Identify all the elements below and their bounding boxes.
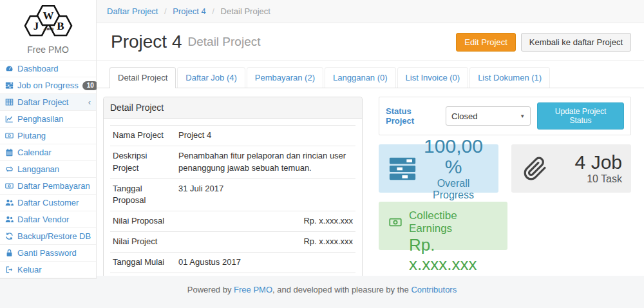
main-content: Daftar Project / Project 4 / Detail Proj… [97,0,644,276]
table-row: Tanggal Proposal 31 Juli 2017 [110,178,355,211]
status-project-label: Status Project [386,106,439,126]
project-tabs: Detail Project Daftar Job (4) Pembayaran… [97,67,644,88]
table-icon [5,98,14,106]
page-title: Project 4 [111,32,182,52]
sign-out-icon [5,265,14,274]
contributors-link[interactable]: Contributors [411,285,457,294]
task-count-value: 10 Task [547,173,622,185]
users-icon [5,215,14,224]
sidebar: J W B .com Free PMO Dashboard Job on Pro… [0,0,97,276]
tab-daftar-job[interactable]: Daftar Job (4) [177,67,245,88]
svg-text:J: J [33,20,39,32]
earnings-value: Rp. x.xxx.xxx [409,236,498,274]
refresh-icon [5,232,14,240]
sidebar-item-daftar-pembayaran[interactable]: Daftar Pembayaran [0,178,96,195]
svg-text:W: W [43,10,53,22]
paperclip-icon [523,157,547,181]
chevron-left-icon: ‹ [88,98,91,106]
table-row: Nilai Proposal Rp. x.xxx.xxx [110,211,355,232]
sidebar-item-dashboard[interactable]: Dashboard [0,61,96,77]
logo-block: J W B .com Free PMO [0,0,96,61]
update-project-status-button[interactable]: Update Project Status [537,102,624,130]
progress-value: 100,00 % [417,136,489,177]
sidebar-item-piutang[interactable]: Piutang [0,128,96,144]
panel-title: Detail Project [104,97,362,119]
sidebar-item-daftar-vendor[interactable]: Daftar Vendor [0,211,96,228]
sidebar-item-ganti-password[interactable]: Ganti Password [0,245,96,262]
sidebar-item-penghasilan[interactable]: Penghasilan [0,111,96,128]
tab-langganan[interactable]: Langganan (0) [325,67,396,88]
progress-label: Overall Progress [417,178,489,201]
sidebar-item-calendar[interactable]: Calendar [0,144,96,161]
lock-icon [5,249,14,257]
chevron-down-icon: ▼ [520,113,525,119]
breadcrumb: Daftar Project / Project 4 / Detail Proj… [97,0,644,23]
sidebar-item-daftar-customer[interactable]: Daftar Customer [0,195,96,211]
svg-text:B: B [57,20,64,32]
overall-progress-card: 100,00 % Overall Progress [379,144,498,193]
line-chart-icon [5,115,14,123]
status-project-box: Status Project Closed ▼ Update Project S… [379,97,631,135]
money-icon [5,182,14,190]
breadcrumb-project-4[interactable]: Project 4 [173,6,205,16]
table-row: Nilai Project Rp. x.xxx.xxx [110,232,355,253]
money-icon [5,131,14,140]
money-icon [388,216,403,229]
footer: Powered by Free PMO, and developed with … [0,276,644,308]
status-select[interactable]: Closed ▼ [446,106,531,126]
back-to-project-list-button[interactable]: Kembali ke daftar Project [521,33,631,52]
tasks-icon [388,154,417,184]
sidebar-item-job-on-progress[interactable]: Job on Progress 10 [0,77,96,94]
edit-project-button[interactable]: Edit Project [456,33,515,52]
tab-detail-project[interactable]: Detail Project [109,67,176,88]
jwb-logo: J W B .com [19,5,78,39]
tasks-icon [5,81,14,90]
users-icon [5,198,14,207]
tab-list-invoice[interactable]: List Invoice (0) [397,67,469,88]
tachometer-icon [5,64,14,73]
sidebar-item-daftar-project[interactable]: Daftar Project ‹ [0,94,96,111]
app-window: J W B .com Free PMO Dashboard Job on Pro… [0,0,644,308]
table-row: Nama Project Project 4 [110,126,355,146]
tab-pembayaran[interactable]: Pembayaran (2) [247,67,323,88]
svg-text:.com: .com [43,26,53,32]
page-subtitle: Detail Project [188,35,261,49]
collectible-earnings-card: Collectibe Earnings Rp. x.xxx.xxx [379,202,507,250]
job-count-card: 4 Job 10 Task [511,144,631,193]
detail-project-panel: Detail Project Nama Project Project 4 De… [103,97,363,276]
breadcrumb-current: Detail Project [221,6,270,16]
calendar-icon [5,148,14,157]
tab-list-dokumen[interactable]: List Dokumen (1) [469,67,550,88]
breadcrumb-daftar-project[interactable]: Daftar Project [107,6,158,16]
page-header: Project 4 Detail Project Edit Project Ke… [97,23,644,61]
earnings-label: Collectibe Earnings [409,209,498,235]
table-row: Tanggal Mulai 01 Agustus 2017 [110,252,355,273]
free-pmo-link[interactable]: Free PMO [234,285,272,294]
table-row: Deskripsi Project Penambahan fitur pelap… [110,146,355,178]
app-name: Free PMO [0,44,96,55]
sidebar-item-backup-restore-db[interactable]: Backup/Restore DB [0,228,96,245]
sidebar-item-langganan[interactable]: Langganan [0,161,96,178]
retweet-icon [5,165,14,173]
job-count-value: 4 Job [547,152,622,173]
